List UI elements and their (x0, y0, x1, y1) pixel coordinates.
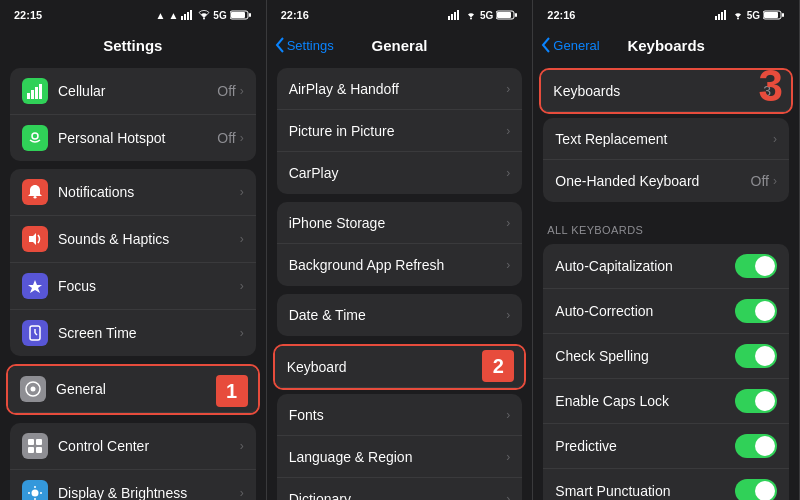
controlcenter-item[interactable]: Control Center › (10, 423, 256, 470)
cellular-item[interactable]: Cellular Off › (10, 68, 256, 115)
controlcenter-icon (22, 433, 48, 459)
sounds-label: Sounds & Haptics (58, 231, 240, 247)
notifications-item[interactable]: Notifications › (10, 169, 256, 216)
caplock-label: Enable Caps Lock (555, 393, 735, 409)
onehanded-value: Off (751, 173, 769, 189)
nav-bar-3: General Keyboards (533, 28, 799, 64)
datetime-label: Date & Time (289, 307, 507, 323)
hotspot-item[interactable]: Personal Hotspot Off › (10, 115, 256, 161)
svg-rect-50 (764, 12, 778, 18)
screentime-icon (22, 320, 48, 346)
datetime-item[interactable]: Date & Time › (277, 294, 523, 336)
onehanded-item[interactable]: One-Handed Keyboard Off › (543, 160, 789, 202)
svg-rect-6 (231, 12, 245, 18)
all-keyboards-header: ALL KEYBOARDS (533, 210, 799, 240)
hotspot-value: Off (217, 130, 235, 146)
svg-rect-10 (35, 87, 38, 99)
svg-rect-11 (39, 84, 42, 99)
svg-rect-43 (515, 13, 517, 17)
svg-rect-23 (36, 447, 42, 453)
svg-rect-38 (454, 12, 456, 20)
svg-line-17 (35, 333, 37, 335)
svg-point-40 (470, 18, 472, 20)
wifi-icon-2 (465, 10, 477, 20)
back-label-3: General (553, 38, 599, 53)
checkspelling-item[interactable]: Check Spelling (543, 334, 789, 379)
focus-icon (22, 273, 48, 299)
caplock-item[interactable]: Enable Caps Lock (543, 379, 789, 424)
back-to-settings[interactable]: Settings (275, 37, 334, 53)
status-icons-3: 5G (715, 10, 785, 21)
sounds-icon (22, 226, 48, 252)
predictive-item[interactable]: Predictive (543, 424, 789, 469)
time-3: 22:16 (547, 9, 575, 21)
screentime-chevron: › (240, 326, 244, 340)
carplay-item[interactable]: CarPlay › (277, 152, 523, 194)
fonts-item[interactable]: Fonts › (277, 394, 523, 436)
checkspelling-label: Check Spelling (555, 348, 735, 364)
nav-title-1: Settings (103, 37, 162, 54)
pip-item[interactable]: Picture in Picture › (277, 110, 523, 152)
checkspelling-toggle[interactable] (735, 344, 777, 368)
display-icon (22, 480, 48, 500)
focus-item[interactable]: Focus › (10, 263, 256, 310)
storage-item[interactable]: iPhone Storage › (277, 202, 523, 244)
svg-rect-37 (451, 14, 453, 20)
smartpunct-item[interactable]: Smart Punctuation (543, 469, 789, 500)
pip-label: Picture in Picture (289, 123, 507, 139)
focus-label: Focus (58, 278, 240, 294)
svg-rect-3 (190, 10, 192, 20)
signal-icon-3 (715, 10, 729, 20)
display-chevron: › (240, 486, 244, 500)
nav-title-3: Keyboards (627, 37, 705, 54)
svg-rect-13 (34, 196, 37, 199)
network-group: Cellular Off › Personal Hotspot Off › (10, 68, 256, 161)
screentime-item[interactable]: Screen Time › (10, 310, 256, 356)
datetime-group: Date & Time › (277, 294, 523, 336)
general-label: General (56, 381, 242, 397)
battery-icon-3 (763, 10, 785, 20)
back-to-general[interactable]: General (541, 37, 599, 53)
predictive-toggle[interactable] (735, 434, 777, 458)
all-keyboards-group: Auto-Capitalization Auto-Correction Chec… (543, 244, 789, 500)
wifi-icon-3 (732, 10, 744, 20)
language-item[interactable]: Language & Region › (277, 436, 523, 478)
status-icons-2: 5G (448, 10, 518, 21)
display-item[interactable]: Display & Brightness › (10, 470, 256, 500)
hotspot-chevron: › (240, 131, 244, 145)
nav-bar-2: Settings General (267, 28, 533, 64)
misc-group: Text Replacement › One-Handed Keyboard O… (543, 118, 789, 202)
svg-point-4 (203, 18, 205, 20)
status-bar-3: 22:16 5G (533, 0, 799, 28)
airplay-item[interactable]: AirPlay & Handoff › (277, 68, 523, 110)
autocorrect-item[interactable]: Auto-Correction (543, 289, 789, 334)
autocap-toggle[interactable] (735, 254, 777, 278)
keyboards-main-item[interactable]: Keyboards 3 › (541, 70, 791, 112)
autocorrect-toggle[interactable] (735, 299, 777, 323)
textreplacement-item[interactable]: Text Replacement › (543, 118, 789, 160)
focus-chevron: › (240, 279, 244, 293)
bgrefresh-item[interactable]: Background App Refresh › (277, 244, 523, 286)
caplock-toggle[interactable] (735, 389, 777, 413)
step-1: 1 (216, 375, 248, 407)
svg-rect-1 (184, 14, 186, 20)
svg-rect-9 (31, 90, 34, 99)
keyboards-list: Keyboards 3 › 3 Text Replacement › One-H… (533, 64, 799, 500)
status-bar-1: 22:15 ▲ ▲ 5G (0, 0, 266, 28)
svg-point-24 (32, 490, 39, 497)
general-icon (20, 376, 46, 402)
airplay-group: AirPlay & Handoff › Picture in Picture ›… (277, 68, 523, 194)
svg-rect-39 (457, 10, 459, 20)
svg-rect-46 (721, 12, 723, 20)
storage-label: iPhone Storage (289, 215, 507, 231)
smartpunct-toggle[interactable] (735, 479, 777, 500)
battery-icon-2 (496, 10, 518, 20)
autocap-item[interactable]: Auto-Capitalization (543, 244, 789, 289)
svg-rect-2 (187, 12, 189, 20)
dictionary-item[interactable]: Dictionary › (277, 478, 523, 500)
general-group: General › 1 (6, 364, 260, 415)
language-label: Language & Region (289, 449, 507, 465)
hotspot-label: Personal Hotspot (58, 130, 217, 146)
sounds-item[interactable]: Sounds & Haptics › (10, 216, 256, 263)
sounds-chevron: › (240, 232, 244, 246)
